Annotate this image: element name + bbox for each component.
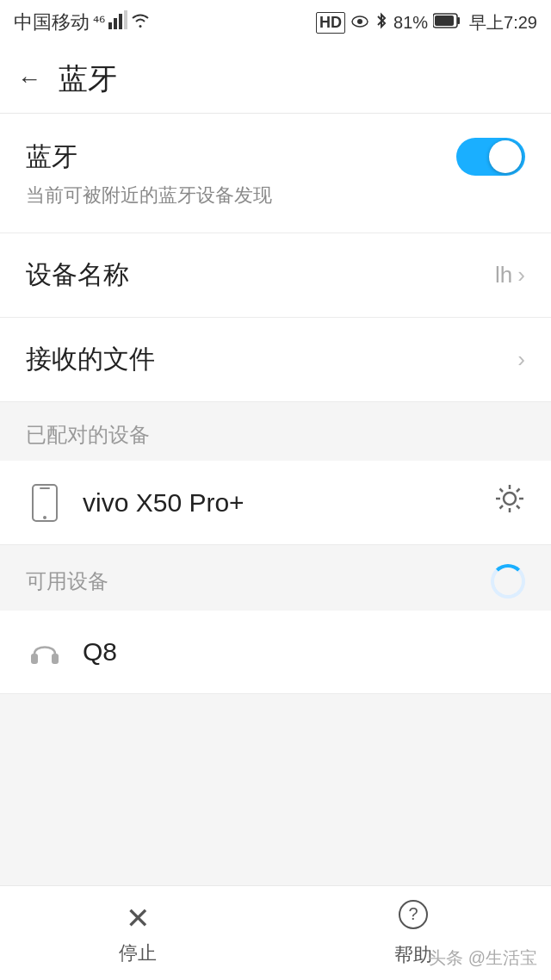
received-files-label: 接收的文件 <box>26 342 155 377</box>
svg-rect-7 <box>457 17 460 24</box>
signal-bars <box>108 10 127 34</box>
paired-device-row[interactable]: vivo X50 Pro+ <box>0 461 551 545</box>
device-name-chevron: › <box>517 262 525 288</box>
svg-rect-1 <box>114 18 117 29</box>
toggle-knob <box>489 140 522 173</box>
svg-line-18 <box>517 506 520 509</box>
available-section-label: 可用设备 <box>26 568 108 595</box>
received-files-chevron: › <box>517 346 525 373</box>
loading-spinner <box>491 564 525 599</box>
bottom-bar: ✕ 停止 ? 帮助 头条 @生活宝 <box>0 885 551 980</box>
bluetooth-toggle-row: 蓝牙 <box>26 138 525 176</box>
device-name-value: lh <box>495 262 512 288</box>
watermark-text: 头条 @生活宝 <box>429 946 537 970</box>
status-carrier: 中国移动 ⁴⁶ <box>14 9 150 35</box>
received-files-row[interactable]: 接收的文件 › <box>0 318 551 402</box>
stop-label: 停止 <box>119 940 157 966</box>
svg-point-12 <box>504 493 516 505</box>
svg-rect-9 <box>33 485 57 521</box>
hd-label: HD <box>316 12 345 34</box>
back-button[interactable]: ← <box>17 65 41 93</box>
available-section-header: 可用设备 <box>0 545 551 611</box>
svg-line-17 <box>500 489 504 493</box>
svg-rect-2 <box>119 14 122 29</box>
svg-text:?: ? <box>408 904 418 923</box>
svg-rect-0 <box>108 22 112 29</box>
svg-rect-3 <box>124 10 127 29</box>
available-device-name: Q8 <box>83 637 525 667</box>
available-device-row[interactable]: Q8 <box>0 611 551 694</box>
stop-icon: ✕ <box>126 901 150 935</box>
device-name-row[interactable]: 设备名称 lh › <box>0 233 551 318</box>
received-files-right: › <box>517 346 525 373</box>
carrier-text: 中国移动 <box>14 9 90 35</box>
help-icon: ? <box>398 899 429 937</box>
paired-device-name: vivo X50 Pro+ <box>83 488 475 518</box>
bluetooth-toggle-section: 蓝牙 当前可被附近的蓝牙设备发现 <box>0 114 551 233</box>
svg-point-11 <box>43 516 46 519</box>
bluetooth-status-icon <box>375 11 388 34</box>
available-devices-card: Q8 <box>0 611 551 694</box>
svg-rect-22 <box>52 654 59 664</box>
svg-line-20 <box>500 506 504 509</box>
wifi-icon <box>131 11 150 34</box>
status-bar: 中国移动 ⁴⁶ HD <box>0 0 551 45</box>
eye-icon <box>350 13 369 33</box>
bluetooth-toggle[interactable] <box>456 138 525 176</box>
bluetooth-sublabel: 当前可被附近的蓝牙设备发现 <box>26 183 525 208</box>
device-name-label: 设备名称 <box>26 257 129 293</box>
header: ← 蓝牙 <box>0 45 551 114</box>
svg-line-19 <box>517 489 520 493</box>
battery-icon <box>433 13 461 33</box>
svg-rect-21 <box>31 654 38 664</box>
signal-strength: ⁴⁶ <box>93 13 105 32</box>
settings-gear-icon[interactable] <box>494 483 525 522</box>
status-right: HD 81% 早上7:29 <box>316 11 537 34</box>
battery-text: 81% <box>393 13 428 33</box>
svg-point-5 <box>357 19 362 24</box>
stop-button[interactable]: ✕ 停止 <box>119 901 157 966</box>
help-button[interactable]: ? 帮助 <box>394 899 432 968</box>
paired-section-header: 已配对的设备 <box>0 402 551 461</box>
bluetooth-label: 蓝牙 <box>26 140 77 175</box>
phone-icon <box>26 484 64 522</box>
help-label: 帮助 <box>394 942 432 968</box>
page-title: 蓝牙 <box>59 59 117 99</box>
main-content: 蓝牙 当前可被附近的蓝牙设备发现 设备名称 lh › 接收的文件 › 已配对的设… <box>0 114 551 694</box>
headphone-icon <box>26 633 64 671</box>
svg-rect-10 <box>40 487 50 489</box>
svg-rect-8 <box>435 16 454 26</box>
paired-devices-card: vivo X50 Pro+ <box>0 461 551 545</box>
time-text: 早上7:29 <box>469 11 537 34</box>
device-name-value-group: lh › <box>495 262 525 288</box>
